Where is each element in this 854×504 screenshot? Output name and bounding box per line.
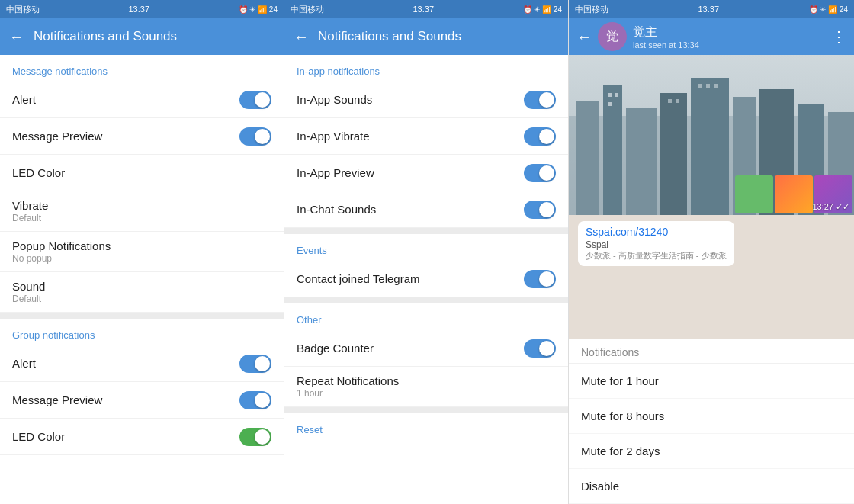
- svg-rect-2: [576, 101, 599, 215]
- svg-rect-3: [603, 85, 622, 215]
- section-in-app: In-app notifications: [284, 55, 568, 82]
- row-sound[interactable]: Sound Default: [0, 272, 284, 313]
- chat-info: 觉主 last seen at 13:34: [633, 24, 825, 50]
- section-message-notifications: Message notifications: [0, 55, 284, 82]
- chat-back-button[interactable]: ←: [576, 28, 592, 46]
- svg-rect-16: [698, 84, 702, 88]
- row-in-app-sounds: In-App Sounds: [284, 82, 568, 118]
- toggle-in-app-preview[interactable]: [524, 164, 556, 182]
- svg-rect-13: [608, 102, 612, 106]
- panel-1: 中国移动 13:37 ⏰ ✳ 📶 24 ← Notifications and …: [0, 0, 284, 504]
- label-led-color: LED Color: [12, 166, 65, 179]
- menu-item-mute-1hour[interactable]: Mute for 1 hour: [569, 364, 854, 399]
- divider-2b: [284, 297, 568, 303]
- svg-rect-11: [608, 93, 612, 97]
- label-in-chat-sounds: In-Chat Sounds: [297, 203, 376, 216]
- label-message-preview: Message Preview: [12, 130, 102, 143]
- row-popup-notifications[interactable]: Popup Notifications No popup: [0, 232, 284, 272]
- svg-rect-17: [706, 84, 710, 88]
- panel-2: 中国移动 13:37 ⏰ ✳ 📶 24 ← Notifications and …: [284, 0, 569, 504]
- status-bar-2: 中国移动 13:37 ⏰ ✳ 📶 24: [284, 0, 568, 18]
- row-group-message-preview: Message Preview: [0, 382, 284, 419]
- row-in-app-preview: In-App Preview: [284, 155, 568, 191]
- label-in-app-vibrate: In-App Vibrate: [297, 130, 370, 143]
- toggle-group-led-color[interactable]: [239, 428, 271, 446]
- label-alert: Alert: [12, 93, 36, 106]
- page-title-2: Notifications and Sounds: [318, 29, 559, 44]
- sub-repeat-notifications: 1 hour: [297, 388, 399, 399]
- menu-item-disable[interactable]: Disable: [569, 469, 854, 504]
- more-options-icon[interactable]: ⋮: [831, 27, 846, 46]
- row-contact-joined: Contact joined Telegram: [284, 261, 568, 297]
- chat-name: 觉主: [633, 24, 825, 40]
- sub-vibrate: Default: [12, 213, 48, 223]
- toggle-alert[interactable]: [239, 91, 271, 109]
- toggle-in-app-sounds[interactable]: [524, 91, 556, 109]
- row-alert: Alert: [0, 82, 284, 118]
- dropdown-header: Notifications: [569, 339, 854, 364]
- status-bar-1: 中国移动 13:37 ⏰ ✳ 📶 24: [0, 0, 284, 18]
- row-group-alert: Alert: [0, 345, 284, 382]
- toggle-badge-counter[interactable]: [524, 339, 556, 358]
- row-led-color[interactable]: LED Color: [0, 155, 284, 191]
- panel-chat: 中国移动 13:37 ⏰ ✳ 📶 24 ← 觉 觉主 last seen at …: [569, 0, 854, 504]
- sub-popup-notifications: No popup: [12, 253, 111, 264]
- thumb-orange: [775, 175, 813, 213]
- row-vibrate[interactable]: Vibrate Default: [0, 191, 284, 232]
- label-repeat-notifications: Repeat Notifications: [297, 374, 399, 387]
- svg-rect-6: [691, 78, 729, 215]
- section-group-notifications: Group notifications: [0, 319, 284, 345]
- menu-item-mute-2days[interactable]: Mute for 2 days: [569, 434, 854, 469]
- time-3: 13:37: [698, 5, 720, 14]
- svg-rect-4: [626, 108, 657, 215]
- dropdown-menu: Notifications Mute for 1 hour Mute for 8…: [569, 339, 854, 504]
- top-bar-2: ← Notifications and Sounds: [284, 18, 568, 55]
- status-bar-3: 中国移动 13:37 ⏰ ✳ 📶 24: [569, 0, 854, 18]
- row-in-app-vibrate: In-App Vibrate: [284, 118, 568, 155]
- toggle-group-alert[interactable]: [239, 355, 271, 373]
- section-other: Other: [284, 303, 568, 330]
- sub-sound: Default: [12, 294, 45, 304]
- carrier-1: 中国移动: [6, 4, 40, 15]
- chat-top-bar: ← 觉 觉主 last seen at 13:34 ⋮: [569, 18, 854, 55]
- svg-rect-15: [676, 99, 679, 103]
- status-icons-1: ⏰ ✳ 📶 24: [239, 5, 278, 14]
- svg-rect-14: [668, 99, 672, 103]
- chat-bubble: Sspai.com/31240 Sspai 少数派 - 高质量数字生活指南 - …: [578, 221, 734, 266]
- row-message-preview: Message Preview: [0, 118, 284, 155]
- chat-message-area: Sspai.com/31240 Sspai 少数派 - 高质量数字生活指南 - …: [569, 215, 854, 339]
- toggle-contact-joined[interactable]: [524, 270, 556, 288]
- row-group-led-color: LED Color: [0, 419, 284, 455]
- carrier-3: 中国移动: [575, 4, 608, 15]
- chat-status: last seen at 13:34: [633, 40, 825, 50]
- row-repeat-notifications[interactable]: Repeat Notifications 1 hour: [284, 367, 568, 407]
- toggle-in-chat-sounds[interactable]: [524, 201, 556, 219]
- toggle-message-preview[interactable]: [239, 127, 271, 146]
- divider-1: [0, 313, 284, 319]
- content-1: Message notifications Alert Message Prev…: [0, 55, 284, 504]
- content-2: In-app notifications In-App Sounds In-Ap…: [284, 55, 568, 504]
- label-contact-joined: Contact joined Telegram: [297, 272, 419, 285]
- chat-bubble-sub2: 少数派 - 高质量数字生活指南 - 少数派: [586, 250, 727, 262]
- time-1: 13:37: [129, 5, 150, 14]
- svg-rect-18: [714, 84, 718, 88]
- back-button-1[interactable]: ←: [9, 28, 24, 46]
- label-group-led-color: LED Color: [12, 430, 65, 443]
- divider-2c: [284, 407, 568, 413]
- menu-item-mute-8hours[interactable]: Mute for 8 hours: [569, 399, 854, 434]
- chat-link[interactable]: Sspai.com/31240: [586, 226, 727, 238]
- label-group-message-preview: Message Preview: [12, 393, 102, 406]
- chat-image: 13:27 ✓✓: [569, 55, 854, 215]
- label-in-app-preview: In-App Preview: [297, 166, 374, 179]
- toggle-in-app-vibrate[interactable]: [524, 127, 556, 146]
- section-reset: Reset: [284, 413, 568, 440]
- svg-rect-12: [615, 93, 618, 97]
- chat-bubble-sub1: Sspai: [586, 239, 727, 250]
- back-button-2[interactable]: ←: [294, 28, 309, 46]
- label-sound: Sound: [12, 280, 45, 293]
- toggle-group-message-preview[interactable]: [239, 391, 271, 409]
- image-timestamp: 13:27 ✓✓: [812, 202, 849, 212]
- label-group-alert: Alert: [12, 357, 36, 370]
- divider-2a: [284, 228, 568, 234]
- row-in-chat-sounds: In-Chat Sounds: [284, 191, 568, 228]
